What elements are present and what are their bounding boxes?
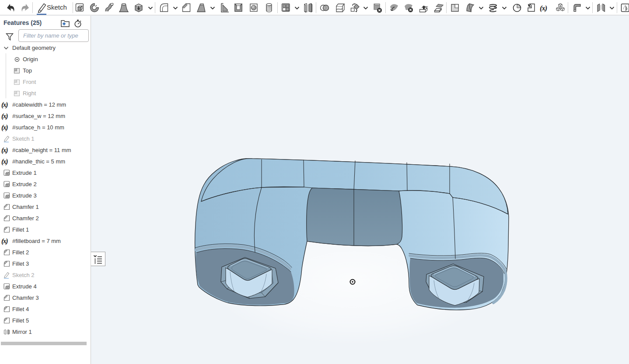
svg-text:(x): (x)	[540, 4, 547, 12]
